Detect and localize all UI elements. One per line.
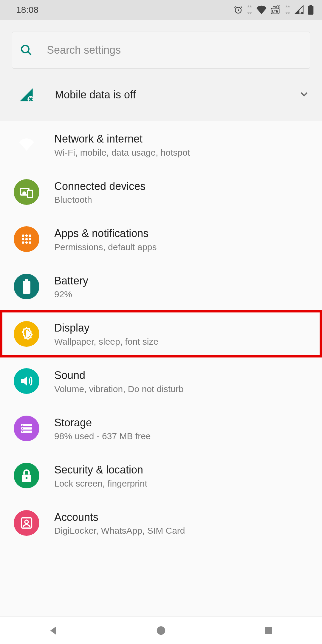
storage-icon xyxy=(14,416,39,441)
volte-icon: LTEVO xyxy=(271,5,281,14)
item-sub: Permissions, default apps xyxy=(54,242,157,252)
svg-point-33 xyxy=(157,626,165,634)
item-sub: Lock screen, fingerprint xyxy=(54,479,147,489)
signal-off-icon xyxy=(18,86,35,103)
suggestion-mobile-data[interactable]: Mobile data is off xyxy=(0,69,322,121)
svg-point-20 xyxy=(29,242,31,244)
status-bar: 18:08 LTEVO xyxy=(0,0,322,20)
svg-point-17 xyxy=(29,238,31,240)
battery-circle-icon xyxy=(14,274,39,299)
svg-text:VO: VO xyxy=(273,5,277,8)
svg-rect-4 xyxy=(308,6,314,15)
settings-item-connected-devices[interactable]: Connected devices Bluetooth xyxy=(0,168,322,216)
search-input[interactable] xyxy=(47,44,302,56)
settings-list: Network & internet Wi-Fi, mobile, data u… xyxy=(0,121,322,547)
status-time: 18:08 xyxy=(16,5,38,15)
search-icon xyxy=(20,44,32,56)
svg-rect-34 xyxy=(265,627,272,634)
item-title: Accounts xyxy=(54,510,185,525)
item-title: Battery xyxy=(54,274,88,288)
settings-item-network[interactable]: Network & internet Wi-Fi, mobile, data u… xyxy=(0,121,322,168)
svg-point-11 xyxy=(23,192,25,194)
svg-rect-9 xyxy=(28,190,32,197)
item-sub: DigiLocker, WhatsApp, SIM Card xyxy=(54,526,185,536)
item-sub: 92% xyxy=(54,289,88,299)
svg-point-6 xyxy=(21,45,29,53)
wifi-icon xyxy=(256,5,267,14)
item-title: Storage xyxy=(54,416,151,430)
signal-icon xyxy=(295,5,304,14)
item-title: Display xyxy=(54,321,158,335)
svg-point-19 xyxy=(25,242,28,244)
svg-point-18 xyxy=(22,242,24,244)
nav-bar xyxy=(0,617,322,644)
svg-point-32 xyxy=(25,520,28,524)
svg-point-15 xyxy=(22,238,24,240)
item-title: Sound xyxy=(54,368,184,383)
svg-point-27 xyxy=(22,428,23,429)
volume-icon xyxy=(14,368,39,394)
chevron-down-icon xyxy=(298,88,310,101)
header: Mobile data is off xyxy=(0,20,322,121)
svg-point-26 xyxy=(22,425,23,426)
search-card[interactable] xyxy=(12,32,310,69)
svg-rect-22 xyxy=(25,279,28,281)
wifi-circle-icon xyxy=(14,132,39,157)
suggestion-label: Mobile data is off xyxy=(55,89,136,101)
settings-item-security[interactable]: Security & location Lock screen, fingerp… xyxy=(0,452,322,499)
item-title: Connected devices xyxy=(54,179,145,194)
brightness-icon xyxy=(14,321,39,347)
status-icons: LTEVO xyxy=(234,5,314,15)
item-sub: Wi-Fi, mobile, data usage, hotspot xyxy=(54,148,190,158)
settings-item-battery[interactable]: Battery 92% xyxy=(0,263,322,310)
item-title: Network & internet xyxy=(54,132,190,146)
item-title: Security & location xyxy=(54,463,147,477)
svg-point-16 xyxy=(25,238,28,240)
nav-home-button[interactable] xyxy=(154,624,168,637)
data-arrows-icon xyxy=(247,5,252,14)
alarm-icon xyxy=(234,5,243,14)
settings-item-apps[interactable]: Apps & notifications Permissions, defaul… xyxy=(0,216,322,263)
settings-item-display[interactable]: Display Wallpaper, sleep, font size xyxy=(0,310,322,357)
item-sub: 98% used - 637 MB free xyxy=(54,431,151,441)
svg-rect-21 xyxy=(23,281,30,294)
svg-point-28 xyxy=(22,431,23,432)
svg-text:LTE: LTE xyxy=(272,10,278,13)
devices-icon xyxy=(14,179,39,205)
item-sub: Bluetooth xyxy=(54,195,145,205)
item-sub: Volume, vibration, Do not disturb xyxy=(54,384,184,394)
account-icon xyxy=(14,510,39,536)
settings-item-storage[interactable]: Storage 98% used - 637 MB free xyxy=(0,405,322,452)
nav-recent-button[interactable] xyxy=(262,624,275,637)
svg-rect-5 xyxy=(309,5,312,6)
lock-icon xyxy=(14,463,39,488)
svg-point-30 xyxy=(26,477,28,479)
svg-point-13 xyxy=(25,235,28,237)
svg-point-12 xyxy=(22,235,24,237)
item-title: Apps & notifications xyxy=(54,226,157,241)
apps-grid-icon xyxy=(14,226,39,252)
data-arrows-icon-2 xyxy=(285,5,290,14)
svg-point-14 xyxy=(29,235,31,237)
settings-item-sound[interactable]: Sound Volume, vibration, Do not disturb xyxy=(0,357,322,405)
item-sub: Wallpaper, sleep, font size xyxy=(54,337,158,347)
nav-back-button[interactable] xyxy=(47,624,60,637)
settings-item-accounts[interactable]: Accounts DigiLocker, WhatsApp, SIM Card xyxy=(0,499,322,547)
battery-icon xyxy=(308,5,314,15)
